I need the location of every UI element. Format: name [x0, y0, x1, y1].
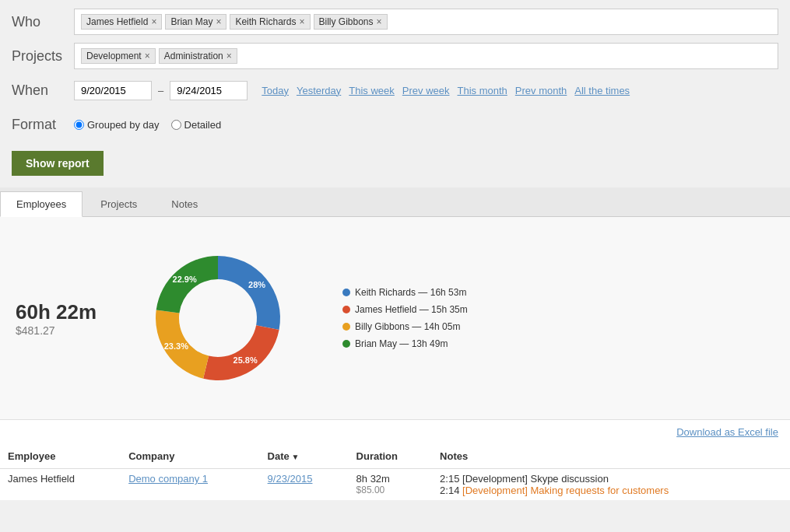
- tag-label: Billy Gibbons: [319, 16, 374, 27]
- tab-projects[interactable]: Projects: [84, 191, 153, 216]
- quick-link-today[interactable]: Today: [262, 85, 289, 96]
- tag-label: Keith Richards: [235, 16, 296, 27]
- format-detailed-radio[interactable]: [171, 120, 181, 130]
- format-detailed[interactable]: Detailed: [171, 119, 222, 131]
- format-grouped-radio[interactable]: [74, 120, 84, 130]
- download-excel-link[interactable]: Download as Excel file: [676, 426, 778, 438]
- projects-label: Projects: [12, 48, 74, 65]
- who-tag-jh: James Hetfield ×: [81, 14, 162, 30]
- who-tag-bg: Billy Gibbons ×: [314, 14, 388, 30]
- segment-label: 22.9%: [173, 275, 197, 284]
- who-tag-bm: Brian May ×: [165, 14, 226, 30]
- date-link[interactable]: 9/23/2015: [268, 473, 313, 485]
- segment-label: 28%: [248, 280, 265, 289]
- table-header: EmployeeCompanyDate ▼DurationNotes: [0, 444, 790, 469]
- total-cost: $481.27: [16, 324, 109, 337]
- legend-item-james-hetfield: James Hetfield — 15h 35m: [342, 304, 468, 315]
- download-bar: Download as Excel file: [0, 419, 790, 444]
- who-label: Who: [12, 14, 74, 30]
- quick-link-yesterday[interactable]: Yesterday: [297, 85, 341, 96]
- date-to-input[interactable]: [170, 81, 248, 100]
- note-text: [Development] Skype discussion: [462, 473, 609, 485]
- format-detailed-label: Detailed: [184, 119, 222, 131]
- date-cell: 9/23/2015: [260, 469, 349, 501]
- duration-cell: 8h 32m$85.00: [349, 469, 433, 501]
- projects-tags-input[interactable]: Development ×Administration ×: [74, 43, 778, 69]
- segment-label: 23.3%: [164, 341, 188, 351]
- company-cell: Demo company 1: [121, 469, 259, 501]
- format-grouped[interactable]: Grouped by day: [74, 119, 160, 131]
- tag-label: Administration: [164, 51, 223, 61]
- chart-section: 60h 22m $481.27 28%25.8%23.3%22.9% Keith…: [0, 217, 790, 419]
- table-body: James HetfieldDemo company 19/23/20158h …: [0, 469, 790, 501]
- report-table: EmployeeCompanyDate ▼DurationNotes James…: [0, 444, 790, 500]
- quick-link-prev_week[interactable]: Prev week: [402, 85, 450, 96]
- date-row: – TodayYesterdayThis weekPrev weekThis m…: [74, 81, 778, 100]
- legend-dot: [342, 340, 350, 348]
- filter-section: Who James Hetfield ×Brian May ×Keith Ric…: [0, 0, 790, 187]
- when-label: When: [12, 82, 74, 99]
- legend-text: Billy Gibbons — 14h 05m: [355, 321, 460, 332]
- tag-remove-icon[interactable]: ×: [216, 16, 221, 27]
- quick-links: TodayYesterdayThis weekPrev weekThis mon…: [262, 85, 630, 96]
- note-text: [Development] Making requests for custom…: [462, 485, 669, 496]
- legend-text: James Hetfield — 15h 35m: [355, 304, 468, 315]
- who-row: Who James Hetfield ×Brian May ×Keith Ric…: [12, 8, 778, 36]
- format-options: Grouped by day Detailed: [74, 119, 778, 131]
- legend-item-billy-gibbons: Billy Gibbons — 14h 05m: [342, 321, 468, 332]
- tab-employees[interactable]: Employees: [0, 191, 83, 217]
- format-filter-content: Grouped by day Detailed: [74, 119, 778, 131]
- quick-link-this_month[interactable]: This month: [458, 85, 507, 96]
- total-info: 60h 22m $481.27: [16, 300, 109, 337]
- tag-remove-icon[interactable]: ×: [145, 51, 150, 61]
- company-link[interactable]: Demo company 1: [128, 473, 208, 485]
- donut-chart: 28%25.8%23.3%22.9%: [132, 233, 304, 404]
- table-row: James HetfieldDemo company 19/23/20158h …: [0, 469, 790, 501]
- format-label: Format: [12, 117, 74, 133]
- tag-label: James Hetfield: [86, 16, 148, 27]
- tab-notes[interactable]: Notes: [155, 191, 214, 216]
- col-header-date[interactable]: Date ▼: [260, 444, 349, 469]
- when-row: When – TodayYesterdayThis weekPrev weekT…: [12, 76, 778, 104]
- note-time: 2:14: [440, 485, 459, 496]
- quick-link-all_times[interactable]: All the times: [574, 85, 630, 96]
- when-filter-content: – TodayYesterdayThis weekPrev weekThis m…: [74, 81, 778, 100]
- sort-icon: ▼: [290, 453, 300, 461]
- col-header-notes: Notes: [432, 444, 790, 469]
- legend-item-keith-richards: Keith Richards — 16h 53m: [342, 287, 468, 298]
- cost-value: $85.00: [356, 485, 425, 495]
- tag-label: Development: [86, 51, 142, 61]
- note-item: 2:15 [Development] Skype discussion: [440, 473, 782, 485]
- format-grouped-label: Grouped by day: [87, 119, 160, 131]
- donut-segment-keith-richards: [218, 256, 280, 330]
- legend-item-brian-may: Brian May — 13h 49m: [342, 338, 468, 349]
- legend-text: Brian May — 13h 49m: [355, 338, 448, 349]
- col-header-duration: Duration: [349, 444, 433, 469]
- who-tag-kr: Keith Richards ×: [230, 14, 310, 30]
- show-report-button[interactable]: Show report: [12, 151, 104, 176]
- tag-remove-icon[interactable]: ×: [377, 16, 382, 27]
- chart-legend: Keith Richards — 16h 53m James Hetfield …: [342, 287, 468, 349]
- col-header-employee: Employee: [0, 444, 121, 469]
- report-table-container: EmployeeCompanyDate ▼DurationNotes James…: [0, 444, 790, 500]
- who-tags-input[interactable]: James Hetfield ×Brian May ×Keith Richard…: [74, 9, 778, 35]
- tag-remove-icon[interactable]: ×: [299, 16, 304, 27]
- date-from-input[interactable]: [74, 81, 152, 100]
- project-tag-adm: Administration ×: [159, 48, 237, 64]
- projects-row: Projects Development ×Administration ×: [12, 42, 778, 70]
- date-separator: –: [158, 85, 163, 96]
- duration-value: 8h 32m: [356, 473, 425, 485]
- who-filter-content: James Hetfield ×Brian May ×Keith Richard…: [74, 9, 778, 35]
- quick-link-prev_month[interactable]: Prev month: [515, 85, 567, 96]
- col-header-company: Company: [121, 444, 259, 469]
- segment-label: 25.8%: [233, 355, 258, 365]
- tag-remove-icon[interactable]: ×: [226, 51, 232, 61]
- legend-text: Keith Richards — 16h 53m: [355, 287, 466, 298]
- format-row: Format Grouped by day Detailed: [12, 110, 778, 138]
- note-time: 2:15: [440, 473, 459, 485]
- legend-dot: [342, 306, 350, 313]
- notes-cell: 2:15 [Development] Skype discussion2:14 …: [432, 469, 790, 501]
- quick-link-this_week[interactable]: This week: [349, 85, 395, 96]
- tabs-bar: EmployeesProjectsNotes: [0, 187, 790, 217]
- tag-remove-icon[interactable]: ×: [151, 16, 156, 27]
